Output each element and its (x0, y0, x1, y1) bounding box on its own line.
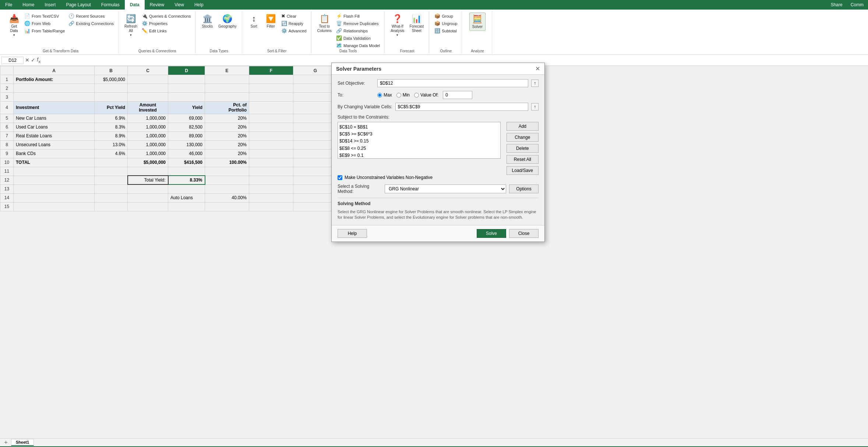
solving-method-section: Solving Method Select the GRG Nonlinear … (338, 198, 539, 221)
constraint-item-3: $D$14 >= 0.15 (339, 138, 499, 145)
unconstrained-checkbox[interactable] (338, 175, 342, 180)
objective-label: Set Objective: (338, 81, 374, 86)
radio-min[interactable]: Min (396, 92, 410, 98)
radio-max-input[interactable] (377, 93, 382, 98)
changing-cells-label: By Changing Variable Cells: (338, 104, 392, 109)
constraints-list[interactable]: $C$10 = $B$1 $C$5 >= $C$6*3 $D$14 >= 0.1… (338, 122, 501, 159)
unconstrained-label: Make Unconstrained Variables Non-Negativ… (345, 175, 433, 180)
value-of-input[interactable] (443, 91, 472, 99)
to-row: To: Max Min Value Of: (338, 91, 539, 99)
changing-cells-row: By Changing Variable Cells: ↑ (338, 103, 539, 111)
constraint-item-5: $E$9 >= 0.1 (339, 152, 499, 159)
radio-min-label: Min (403, 92, 410, 98)
constraint-item-2: $C$5 >= $C$6*3 (339, 131, 499, 138)
footer-right-buttons: Solve Close (477, 229, 539, 238)
radio-group: Max Min Value Of: (377, 91, 539, 99)
radio-value-input[interactable] (414, 93, 419, 98)
btn-add[interactable]: Add (507, 122, 539, 131)
radio-min-input[interactable] (396, 93, 401, 98)
changing-cells-input[interactable] (395, 103, 528, 111)
solving-method-label: Select a Solving Method: (338, 184, 382, 194)
constraint-item-1: $C$10 = $B$1 (339, 124, 499, 131)
dialog-footer: Help Solve Close (332, 225, 544, 242)
dialog-overlay: Solver Parameters ✕ Set Objective: ↑ To:… (0, 0, 868, 447)
btn-load-save[interactable]: Load/Save (507, 166, 539, 175)
solving-method-title: Solving Method (338, 201, 539, 206)
dialog-body: Set Objective: ↑ To: Max Min (332, 75, 544, 225)
btn-help[interactable]: Help (338, 229, 367, 238)
dialog-close-button[interactable]: ✕ (535, 65, 540, 72)
to-label: To: (338, 92, 374, 98)
btn-options[interactable]: Options (509, 184, 539, 193)
objective-picker-button[interactable]: ↑ (531, 80, 539, 87)
constraint-item-4: $E$8 <= 0.25 (339, 145, 499, 152)
solving-method-description: Select the GRG Nonlinear engine for Solv… (338, 209, 539, 221)
btn-reset-all[interactable]: Reset All (507, 155, 539, 164)
radio-value-label: Value Of: (420, 92, 438, 98)
solving-method-row: Select a Solving Method: GRG Nonlinear L… (338, 184, 539, 194)
solver-dialog: Solver Parameters ✕ Set Objective: ↑ To:… (331, 63, 545, 242)
changing-cells-picker[interactable]: ↑ (531, 103, 539, 110)
radio-max-label: Max (384, 92, 392, 98)
checkbox-row: Make Unconstrained Variables Non-Negativ… (338, 175, 539, 180)
btn-solve[interactable]: Solve (477, 229, 506, 238)
objective-input[interactable] (377, 79, 528, 87)
radio-max[interactable]: Max (377, 92, 392, 98)
objective-row: Set Objective: ↑ (338, 79, 539, 87)
btn-change[interactable]: Change (507, 133, 539, 142)
constraints-area: $C$10 = $B$1 $C$5 >= $C$6*3 $D$14 >= 0.1… (338, 122, 539, 175)
btn-close[interactable]: Close (509, 229, 539, 238)
constraints-label: Subject to the Constraints: (338, 115, 539, 120)
dialog-title: Solver Parameters (336, 66, 381, 72)
dialog-titlebar: Solver Parameters ✕ (332, 63, 544, 75)
constraints-buttons: Add Change Delete Reset All Load/Save (507, 122, 539, 175)
radio-value-of[interactable]: Value Of: (414, 92, 438, 98)
btn-delete[interactable]: Delete (507, 144, 539, 153)
solving-method-select[interactable]: GRG Nonlinear LP Simplex Evolutionary (385, 184, 506, 193)
